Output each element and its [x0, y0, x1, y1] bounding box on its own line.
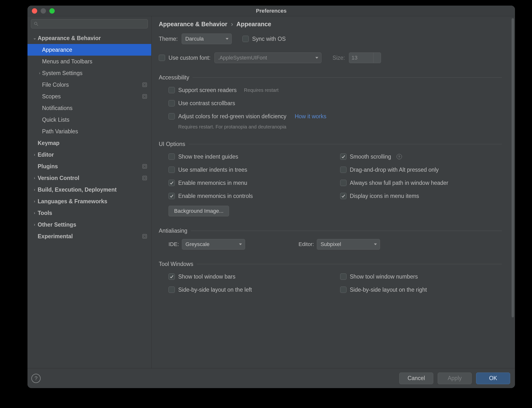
adjust-colors-checkbox[interactable]: Adjust colors for red-green vision defic… — [168, 112, 286, 121]
cancel-button[interactable]: Cancel — [399, 373, 433, 384]
tool-windows-title: Tool Windows — [159, 261, 193, 267]
background-image-button[interactable]: Background Image... — [168, 206, 229, 216]
svg-rect-4 — [143, 94, 147, 99]
sidebar-item-menus-and-toolbars[interactable]: Menus and Toolbars — [27, 56, 151, 67]
tw-side-by-side-layout-on-the-left-label: Side-by-side layout on the left — [178, 287, 252, 293]
settings-tree[interactable]: ⌄Appearance & BehaviorAppearanceMenus an… — [27, 30, 151, 368]
theme-select[interactable]: Darcula — [182, 34, 232, 44]
sidebar-item-tools[interactable]: ›Tools — [27, 207, 151, 219]
ui-options-title: UI Options — [159, 141, 185, 147]
aa-editor-select[interactable]: Subpixel — [317, 239, 380, 250]
sidebar-item-path-variables[interactable]: Path Variables — [27, 126, 151, 137]
sidebar-item-editor[interactable]: ›Editor — [27, 149, 151, 161]
tw-side-by-side-layout-on-the-right-checkbox[interactable]: Side-by-side layout on the right — [340, 285, 427, 294]
aa-ide-select[interactable]: Greyscale — [182, 239, 245, 250]
search-input[interactable] — [31, 19, 148, 28]
window-title: Preferences — [27, 8, 515, 14]
section-divider — [189, 144, 502, 144]
sidebar-item-build-execution-deployment[interactable]: ›Build, Execution, Deployment — [27, 184, 151, 196]
sidebar-item-appearance[interactable]: Appearance — [27, 44, 151, 56]
chevron-right-icon: › — [37, 71, 42, 75]
search-field[interactable] — [39, 21, 145, 27]
contrast-scrollbars-checkbox[interactable]: Use contrast scrollbars — [168, 99, 235, 108]
sidebar-item-label: Menus and Toolbars — [42, 59, 147, 64]
breadcrumb-current: Appearance — [236, 21, 271, 27]
tw-show-tool-window-bars-checkbox[interactable]: Show tool window bars — [168, 272, 235, 281]
svg-rect-10 — [143, 234, 147, 238]
section-divider — [191, 231, 502, 231]
chevron-right-icon: › — [31, 211, 38, 215]
svg-rect-5 — [144, 95, 146, 97]
ui-smooth-scrolling-checkbox[interactable]: Smooth scrolling — [340, 152, 391, 161]
sidebar-item-label: Tools — [38, 210, 147, 216]
chevron-right-icon: › — [31, 188, 38, 192]
use-custom-font-label: Use custom font: — [168, 55, 211, 61]
ui-drag-and-drop-with-alt-pressed-only-checkbox[interactable]: Drag-and-drop with Alt pressed only — [340, 165, 439, 174]
breadcrumb-parent: Appearance & Behavior — [159, 21, 227, 27]
sidebar-item-label: Languages & Frameworks — [38, 199, 147, 204]
sidebar-item-quick-lists[interactable]: Quick Lists — [27, 114, 151, 126]
sidebar-item-other-settings[interactable]: ›Other Settings — [27, 219, 151, 230]
breadcrumb: Appearance & Behavior › Appearance — [159, 21, 502, 28]
sync-with-os-checkbox[interactable]: Sync with OS — [242, 34, 286, 43]
sidebar-item-file-colors[interactable]: File Colors — [27, 79, 151, 91]
sidebar-item-experimental[interactable]: Experimental — [27, 230, 151, 242]
aa-editor-value: Subpixel — [320, 241, 341, 247]
sidebar-item-notifications[interactable]: Notifications — [27, 102, 151, 114]
sidebar-item-system-settings[interactable]: ›System Settings — [27, 67, 151, 79]
apply-button[interactable]: Apply — [438, 373, 472, 384]
tw-show-tool-window-numbers-checkbox[interactable]: Show tool window numbers — [340, 272, 418, 281]
ui-use-smaller-indents-in-trees-checkbox[interactable]: Use smaller indents in trees — [168, 165, 247, 174]
sidebar-item-version-control[interactable]: ›Version Control — [27, 172, 151, 184]
sidebar-item-label: Other Settings — [38, 222, 147, 228]
chevron-down-icon: ⌄ — [31, 36, 38, 40]
font-select[interactable]: .AppleSystemUIFont — [214, 52, 321, 63]
tw-side-by-side-layout-on-the-right-label: Side-by-side layout on the right — [350, 287, 427, 293]
chevron-right-icon: › — [31, 153, 38, 157]
support-screen-readers-checkbox[interactable]: Support screen readers — [168, 86, 237, 94]
svg-rect-7 — [144, 165, 146, 167]
ui-show-tree-indent-guides-label: Show tree indent guides — [178, 153, 238, 160]
svg-rect-8 — [143, 176, 147, 180]
ui-show-tree-indent-guides-checkbox[interactable]: Show tree indent guides — [168, 152, 238, 161]
tw-side-by-side-layout-on-the-left-checkbox[interactable]: Side-by-side layout on the left — [168, 285, 252, 294]
dialog-footer: ? Cancel Apply OK — [27, 368, 515, 388]
contrast-scrollbars-label: Use contrast scrollbars — [178, 100, 235, 107]
sidebar-item-label: Build, Execution, Deployment — [38, 187, 147, 193]
sidebar-item-appearance-behavior[interactable]: ⌄Appearance & Behavior — [27, 32, 151, 44]
support-screen-readers-label: Support screen readers — [178, 87, 237, 94]
sidebar-item-label: System Settings — [42, 70, 147, 76]
ui-enable-mnemonics-in-menu-checkbox[interactable]: Enable mnemonics in menu — [168, 178, 247, 187]
sidebar-item-label: Keymap — [38, 140, 147, 146]
svg-point-0 — [34, 22, 37, 25]
sidebar-item-languages-frameworks[interactable]: ›Languages & Frameworks — [27, 196, 151, 207]
scrollbar[interactable] — [512, 18, 514, 366]
how-it-works-link[interactable]: How it works — [295, 113, 326, 120]
preferences-window: Preferences ⌄Appearance & BehaviorAppear… — [27, 6, 515, 388]
adjust-colors-hint: Requires restart. For protanopia and deu… — [178, 124, 502, 130]
ui-display-icons-in-menu-items-checkbox[interactable]: Display icons in menu items — [340, 192, 419, 200]
sidebar-item-keymap[interactable]: Keymap — [27, 137, 151, 149]
theme-value: Darcula — [185, 36, 204, 42]
ui-always-show-full-path-in-window-header-label: Always show full path in window header — [350, 180, 448, 186]
sidebar-item-label: Experimental — [38, 234, 142, 239]
section-divider — [193, 77, 502, 78]
sidebar-item-label: Scopes — [42, 94, 142, 99]
ui-use-smaller-indents-in-trees-label: Use smaller indents in trees — [178, 167, 247, 173]
ok-button[interactable]: OK — [476, 373, 510, 384]
use-custom-font-checkbox[interactable]: Use custom font: — [159, 53, 211, 62]
scrollbar-thumb[interactable] — [512, 18, 514, 317]
theme-label: Theme: — [159, 36, 178, 42]
svg-rect-3 — [144, 84, 146, 86]
sidebar-item-scopes[interactable]: Scopes — [27, 91, 151, 102]
sidebar-item-label: Notifications — [42, 105, 147, 111]
ui-enable-mnemonics-in-controls-checkbox[interactable]: Enable mnemonics in controls — [168, 192, 253, 200]
main-panel: Appearance & Behavior › Appearance Theme… — [151, 16, 515, 368]
section-divider — [197, 264, 502, 264]
info-icon[interactable]: ? — [397, 154, 402, 159]
ui-always-show-full-path-in-window-header-checkbox[interactable]: Always show full path in window header — [340, 178, 448, 187]
font-size-input[interactable]: 13 — [349, 52, 381, 63]
help-icon[interactable]: ? — [31, 374, 41, 383]
cancel-label: Cancel — [408, 375, 425, 382]
sidebar-item-plugins[interactable]: Plugins — [27, 161, 151, 172]
